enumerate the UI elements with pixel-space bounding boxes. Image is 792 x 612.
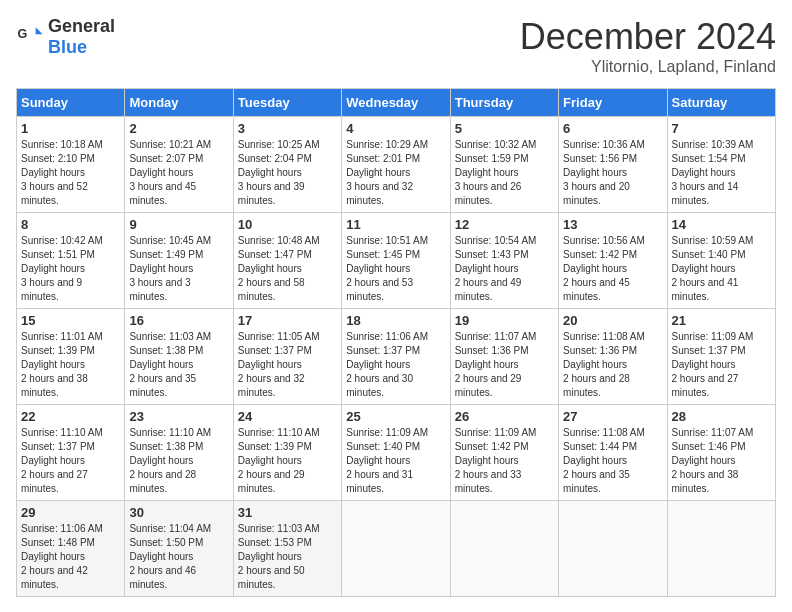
col-sunday: Sunday <box>17 89 125 117</box>
day-info: Sunrise: 10:36 AM Sunset: 1:56 PM Daylig… <box>563 138 662 208</box>
calendar-header-row: Sunday Monday Tuesday Wednesday Thursday… <box>17 89 776 117</box>
day-number: 15 <box>21 313 120 328</box>
table-row: 4 Sunrise: 10:29 AM Sunset: 2:01 PM Dayl… <box>342 117 450 213</box>
day-info: Sunrise: 10:39 AM Sunset: 1:54 PM Daylig… <box>672 138 771 208</box>
table-row: 28 Sunrise: 11:07 AM Sunset: 1:46 PM Day… <box>667 405 775 501</box>
table-row: 23 Sunrise: 11:10 AM Sunset: 1:38 PM Day… <box>125 405 233 501</box>
day-number: 2 <box>129 121 228 136</box>
logo: G General Blue <box>16 16 115 58</box>
table-row: 6 Sunrise: 10:36 AM Sunset: 1:56 PM Dayl… <box>559 117 667 213</box>
day-info: Sunrise: 11:08 AM Sunset: 1:36 PM Daylig… <box>563 330 662 400</box>
col-friday: Friday <box>559 89 667 117</box>
day-info: Sunrise: 11:10 AM Sunset: 1:39 PM Daylig… <box>238 426 337 496</box>
table-row: 3 Sunrise: 10:25 AM Sunset: 2:04 PM Dayl… <box>233 117 341 213</box>
calendar-week-3: 15 Sunrise: 11:01 AM Sunset: 1:39 PM Day… <box>17 309 776 405</box>
table-row: 7 Sunrise: 10:39 AM Sunset: 1:54 PM Dayl… <box>667 117 775 213</box>
calendar-table: Sunday Monday Tuesday Wednesday Thursday… <box>16 88 776 597</box>
calendar-week-2: 8 Sunrise: 10:42 AM Sunset: 1:51 PM Dayl… <box>17 213 776 309</box>
day-number: 29 <box>21 505 120 520</box>
day-info: Sunrise: 11:10 AM Sunset: 1:37 PM Daylig… <box>21 426 120 496</box>
day-info: Sunrise: 11:06 AM Sunset: 1:37 PM Daylig… <box>346 330 445 400</box>
day-info: Sunrise: 11:05 AM Sunset: 1:37 PM Daylig… <box>238 330 337 400</box>
day-number: 18 <box>346 313 445 328</box>
table-row: 18 Sunrise: 11:06 AM Sunset: 1:37 PM Day… <box>342 309 450 405</box>
table-row: 13 Sunrise: 10:56 AM Sunset: 1:42 PM Day… <box>559 213 667 309</box>
table-row <box>559 501 667 597</box>
day-info: Sunrise: 10:48 AM Sunset: 1:47 PM Daylig… <box>238 234 337 304</box>
day-number: 13 <box>563 217 662 232</box>
day-info: Sunrise: 11:09 AM Sunset: 1:37 PM Daylig… <box>672 330 771 400</box>
day-info: Sunrise: 11:09 AM Sunset: 1:42 PM Daylig… <box>455 426 554 496</box>
day-info: Sunrise: 10:45 AM Sunset: 1:49 PM Daylig… <box>129 234 228 304</box>
day-info: Sunrise: 11:04 AM Sunset: 1:50 PM Daylig… <box>129 522 228 592</box>
day-number: 17 <box>238 313 337 328</box>
table-row: 11 Sunrise: 10:51 AM Sunset: 1:45 PM Day… <box>342 213 450 309</box>
day-number: 21 <box>672 313 771 328</box>
page-header: G General Blue December 2024 Ylitornio, … <box>16 16 776 76</box>
col-wednesday: Wednesday <box>342 89 450 117</box>
table-row <box>667 501 775 597</box>
location: Ylitornio, Lapland, Finland <box>520 58 776 76</box>
day-number: 28 <box>672 409 771 424</box>
month-title: December 2024 <box>520 16 776 58</box>
day-info: Sunrise: 11:10 AM Sunset: 1:38 PM Daylig… <box>129 426 228 496</box>
table-row <box>342 501 450 597</box>
table-row: 22 Sunrise: 11:10 AM Sunset: 1:37 PM Day… <box>17 405 125 501</box>
table-row: 24 Sunrise: 11:10 AM Sunset: 1:39 PM Day… <box>233 405 341 501</box>
table-row: 14 Sunrise: 10:59 AM Sunset: 1:40 PM Day… <box>667 213 775 309</box>
table-row: 19 Sunrise: 11:07 AM Sunset: 1:36 PM Day… <box>450 309 558 405</box>
day-info: Sunrise: 11:03 AM Sunset: 1:38 PM Daylig… <box>129 330 228 400</box>
day-number: 12 <box>455 217 554 232</box>
day-info: Sunrise: 10:59 AM Sunset: 1:40 PM Daylig… <box>672 234 771 304</box>
day-number: 16 <box>129 313 228 328</box>
day-number: 10 <box>238 217 337 232</box>
calendar-week-1: 1 Sunrise: 10:18 AM Sunset: 2:10 PM Dayl… <box>17 117 776 213</box>
day-info: Sunrise: 11:07 AM Sunset: 1:36 PM Daylig… <box>455 330 554 400</box>
table-row: 20 Sunrise: 11:08 AM Sunset: 1:36 PM Day… <box>559 309 667 405</box>
table-row: 10 Sunrise: 10:48 AM Sunset: 1:47 PM Day… <box>233 213 341 309</box>
table-row: 15 Sunrise: 11:01 AM Sunset: 1:39 PM Day… <box>17 309 125 405</box>
day-number: 4 <box>346 121 445 136</box>
day-number: 25 <box>346 409 445 424</box>
svg-text:G: G <box>17 27 27 41</box>
table-row: 17 Sunrise: 11:05 AM Sunset: 1:37 PM Day… <box>233 309 341 405</box>
calendar-week-4: 22 Sunrise: 11:10 AM Sunset: 1:37 PM Day… <box>17 405 776 501</box>
logo-blue: Blue <box>48 37 87 57</box>
day-number: 20 <box>563 313 662 328</box>
day-number: 31 <box>238 505 337 520</box>
table-row: 5 Sunrise: 10:32 AM Sunset: 1:59 PM Dayl… <box>450 117 558 213</box>
day-number: 23 <box>129 409 228 424</box>
day-number: 22 <box>21 409 120 424</box>
table-row: 31 Sunrise: 11:03 AM Sunset: 1:53 PM Day… <box>233 501 341 597</box>
logo-icon: G <box>16 23 44 51</box>
day-info: Sunrise: 10:56 AM Sunset: 1:42 PM Daylig… <box>563 234 662 304</box>
svg-marker-1 <box>36 27 43 34</box>
day-info: Sunrise: 11:08 AM Sunset: 1:44 PM Daylig… <box>563 426 662 496</box>
table-row: 25 Sunrise: 11:09 AM Sunset: 1:40 PM Day… <box>342 405 450 501</box>
day-number: 5 <box>455 121 554 136</box>
day-number: 8 <box>21 217 120 232</box>
col-monday: Monday <box>125 89 233 117</box>
day-number: 1 <box>21 121 120 136</box>
day-number: 3 <box>238 121 337 136</box>
col-saturday: Saturday <box>667 89 775 117</box>
day-number: 30 <box>129 505 228 520</box>
day-info: Sunrise: 10:51 AM Sunset: 1:45 PM Daylig… <box>346 234 445 304</box>
day-info: Sunrise: 11:03 AM Sunset: 1:53 PM Daylig… <box>238 522 337 592</box>
day-number: 27 <box>563 409 662 424</box>
col-tuesday: Tuesday <box>233 89 341 117</box>
day-number: 7 <box>672 121 771 136</box>
day-number: 24 <box>238 409 337 424</box>
day-info: Sunrise: 10:18 AM Sunset: 2:10 PM Daylig… <box>21 138 120 208</box>
day-info: Sunrise: 10:29 AM Sunset: 2:01 PM Daylig… <box>346 138 445 208</box>
table-row: 30 Sunrise: 11:04 AM Sunset: 1:50 PM Day… <box>125 501 233 597</box>
day-number: 19 <box>455 313 554 328</box>
day-info: Sunrise: 11:07 AM Sunset: 1:46 PM Daylig… <box>672 426 771 496</box>
calendar-week-5: 29 Sunrise: 11:06 AM Sunset: 1:48 PM Day… <box>17 501 776 597</box>
day-info: Sunrise: 11:01 AM Sunset: 1:39 PM Daylig… <box>21 330 120 400</box>
day-info: Sunrise: 10:32 AM Sunset: 1:59 PM Daylig… <box>455 138 554 208</box>
table-row: 2 Sunrise: 10:21 AM Sunset: 2:07 PM Dayl… <box>125 117 233 213</box>
day-number: 6 <box>563 121 662 136</box>
table-row: 9 Sunrise: 10:45 AM Sunset: 1:49 PM Dayl… <box>125 213 233 309</box>
day-info: Sunrise: 10:54 AM Sunset: 1:43 PM Daylig… <box>455 234 554 304</box>
